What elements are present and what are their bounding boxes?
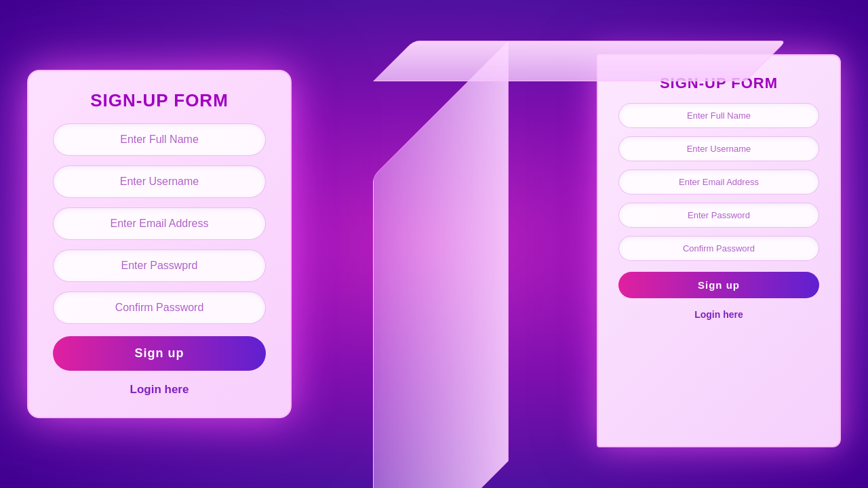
signup-title: SIGN-UP FORM — [90, 90, 229, 111]
login-panel: LOGIN FORM Login Signup here — [854, 68, 868, 256]
box-front-face: SIGN-UP FORM Sign up Login here — [597, 54, 841, 447]
username-input[interactable] — [53, 165, 266, 198]
box-signup-button[interactable]: Sign up — [618, 272, 819, 298]
box-email-input[interactable] — [618, 169, 819, 195]
email-input[interactable] — [53, 207, 266, 240]
signup-button[interactable]: Sign up — [53, 336, 266, 371]
confirm-password-input[interactable] — [53, 291, 266, 324]
box-username-input[interactable] — [618, 136, 819, 161]
scene: SIGN-UP FORM Sign up Login here SIGN-UP … — [27, 14, 841, 474]
box-fullname-input[interactable] — [618, 103, 819, 128]
box-left-face — [373, 41, 509, 488]
box-top-face — [373, 41, 787, 81]
box-confirm-password-input[interactable] — [618, 236, 819, 261]
password-input[interactable] — [53, 249, 266, 282]
fullname-input[interactable] — [53, 123, 266, 156]
right-section: SIGN-UP FORM Sign up Login here LOGIN FO… — [332, 27, 841, 461]
login-link[interactable]: Login here — [130, 383, 189, 396]
box-password-input[interactable] — [618, 203, 819, 228]
box-login-link[interactable]: Login here — [694, 309, 743, 320]
signup-card: SIGN-UP FORM Sign up Login here — [27, 70, 292, 418]
